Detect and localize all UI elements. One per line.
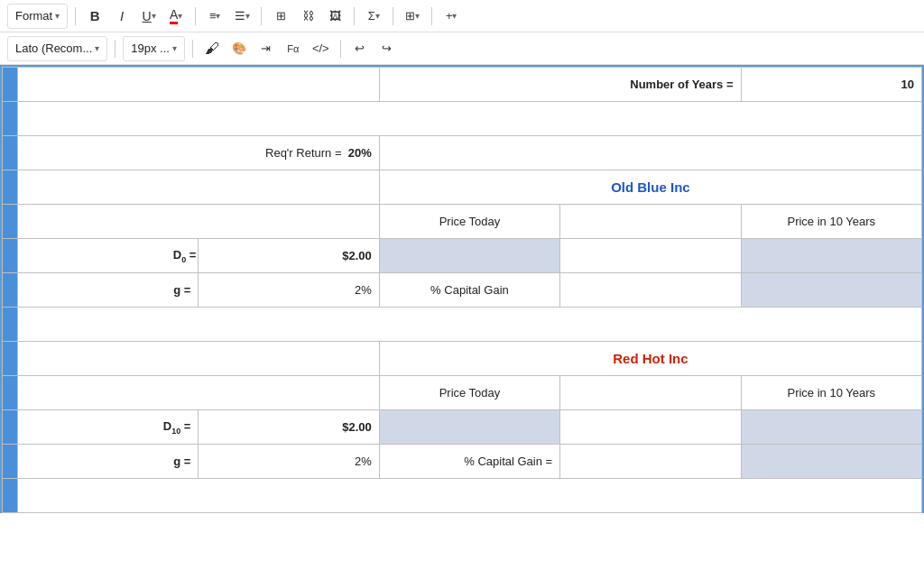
cell-d0-empty[interactable] <box>560 239 741 273</box>
list-chevron-icon: ▾ <box>245 11 250 21</box>
format-dropdown[interactable]: Format ▾ <box>7 4 68 29</box>
cell-g2-value[interactable]: 2% <box>199 445 379 479</box>
indent-button[interactable]: ⇥ <box>254 37 278 60</box>
cell-d10-empty[interactable] <box>560 410 741 445</box>
table-button[interactable]: ⊞ ▾ <box>401 5 424 28</box>
align-button[interactable]: ≡ ▾ <box>203 5 226 28</box>
cell-d0-label[interactable]: D0 = <box>18 239 199 273</box>
row-indicator <box>3 170 18 205</box>
cell-price-10yr-header[interactable]: Price in 10 Years <box>741 205 921 239</box>
link-button[interactable]: ⛓ <box>296 5 319 28</box>
divider-6 <box>431 7 432 25</box>
cell-g2-label[interactable]: g = <box>18 445 199 479</box>
cell-reqr-label[interactable]: Req'r Return = 20% <box>18 136 380 170</box>
cell-separator[interactable] <box>18 308 922 342</box>
formula-button[interactable]: Fα <box>282 37 305 60</box>
row-indicator <box>3 273 18 308</box>
table-row: Price Today Price in 10 Years <box>3 205 922 239</box>
divider-3 <box>261 7 262 25</box>
redo-button[interactable]: ↪ <box>375 37 399 60</box>
add-button[interactable]: + ▾ <box>439 5 463 28</box>
cell-empty-rhi-2[interactable] <box>18 376 380 410</box>
cell-rhi-empty[interactable] <box>560 376 741 410</box>
cell-empty-4[interactable] <box>18 170 380 205</box>
code-button[interactable]: </> <box>309 37 333 60</box>
reqr-value: 20% <box>348 146 372 160</box>
cell-d0-price-10yr[interactable] <box>741 239 921 273</box>
divider-7 <box>115 40 116 58</box>
fontsize-chevron-icon: ▾ <box>172 43 177 53</box>
cell-g2-price-10yr[interactable] <box>741 445 921 479</box>
divider-1 <box>75 7 76 25</box>
cell-empty-3[interactable] <box>379 136 921 170</box>
divider-5 <box>393 7 393 25</box>
cell-d10-price-10yr[interactable] <box>741 410 921 445</box>
sigma-chevron-icon: ▾ <box>375 11 380 21</box>
add-chevron-icon: ▾ <box>452 11 457 21</box>
cell-old-blue-title[interactable]: Old Blue Inc <box>379 170 921 205</box>
cell-empty-5[interactable] <box>18 205 380 239</box>
code-icon: </> <box>312 41 329 55</box>
image-icon: 🖼 <box>329 9 341 23</box>
image-button[interactable]: 🖼 <box>323 5 346 28</box>
format-dropdown-group[interactable]: Format ▾ <box>7 4 68 29</box>
undo-button[interactable]: ↩ <box>348 37 372 60</box>
redo-icon: ↪ <box>382 41 392 55</box>
divider-9 <box>340 40 341 58</box>
cell-g-label[interactable]: g = <box>18 273 199 308</box>
cell-price-today-header[interactable]: Price Today <box>379 205 559 239</box>
d10-subscript: 10 <box>171 426 180 435</box>
add-icon: + <box>446 9 453 23</box>
cell-pct-capital-gain[interactable]: % Capital Gain <box>379 273 559 308</box>
paint-format-button[interactable]: 🖌 <box>200 37 224 60</box>
grid-button[interactable]: ⊞ <box>269 5 292 28</box>
font-dropdown[interactable]: Lato (Recom... ▾ <box>7 36 107 61</box>
table-row: Number of Years = 10 <box>3 68 922 102</box>
cell-g-empty[interactable] <box>560 273 741 308</box>
cell-d10-label[interactable]: D10 = <box>18 410 199 445</box>
highlight-button[interactable]: 🎨 <box>227 37 251 60</box>
cell-d10-value[interactable]: $2.00 <box>199 410 379 445</box>
fontsize-dropdown[interactable]: 19px ... ▾ <box>123 36 185 61</box>
indent-icon: ⇥ <box>261 41 271 55</box>
cell-rhi-price-10yr-header[interactable]: Price in 10 Years <box>741 376 921 410</box>
cell-red-hot-title[interactable]: Red Hot Inc <box>379 342 921 376</box>
cell-num-years-label[interactable]: Number of Years = <box>379 68 741 102</box>
table-row: Old Blue Inc <box>3 170 922 205</box>
sigma-icon: Σ <box>368 9 375 23</box>
format-label: Format <box>15 9 52 23</box>
sigma-button[interactable]: Σ ▾ <box>362 5 385 28</box>
spreadsheet-table: Number of Years = 10 Req'r Return = 20% <box>2 67 922 513</box>
sheet-wrapper: Number of Years = 10 Req'r Return = 20% <box>0 65 924 513</box>
cell-empty-2[interactable] <box>18 102 922 136</box>
font-color-button[interactable]: A ▾ <box>164 5 188 28</box>
align-icon: ≡ <box>209 9 217 23</box>
cell-d10-price-today[interactable] <box>379 410 559 445</box>
format-chevron-icon: ▾ <box>55 11 60 21</box>
underline-chevron-icon: ▾ <box>152 11 156 21</box>
cell-empty-rhi[interactable] <box>18 342 380 376</box>
cell-g2-empty[interactable] <box>560 445 741 479</box>
underline-button[interactable]: U ▾ <box>137 5 161 28</box>
list-icon: ☰ <box>235 9 245 23</box>
divider-2 <box>195 7 196 25</box>
cell-bottom[interactable] <box>18 479 922 513</box>
d10-label: D10 = <box>163 419 191 433</box>
cell-empty-1[interactable] <box>18 68 380 102</box>
cell-rhi-price-today-header[interactable]: Price Today <box>379 376 559 410</box>
underline-icon: U <box>143 9 152 23</box>
row-indicator <box>3 239 18 273</box>
italic-button[interactable]: I <box>110 5 134 28</box>
cell-pct-capital-gain2[interactable]: % Capital Gain = <box>379 445 559 479</box>
bold-button[interactable]: B <box>83 5 106 28</box>
row-indicator <box>3 376 18 410</box>
d0-label: D0 = <box>173 248 197 262</box>
cell-d0-price-today[interactable] <box>379 239 559 273</box>
cell-g-value[interactable]: 2% <box>199 273 379 308</box>
undo-icon: ↩ <box>355 41 365 55</box>
cell-num-years-value[interactable]: 10 <box>741 68 921 102</box>
list-button[interactable]: ☰ ▾ <box>230 5 254 28</box>
cell-empty-6[interactable] <box>560 205 741 239</box>
cell-g-price-10yr[interactable] <box>741 273 921 308</box>
cell-d0-value[interactable]: $2.00 <box>199 239 379 273</box>
